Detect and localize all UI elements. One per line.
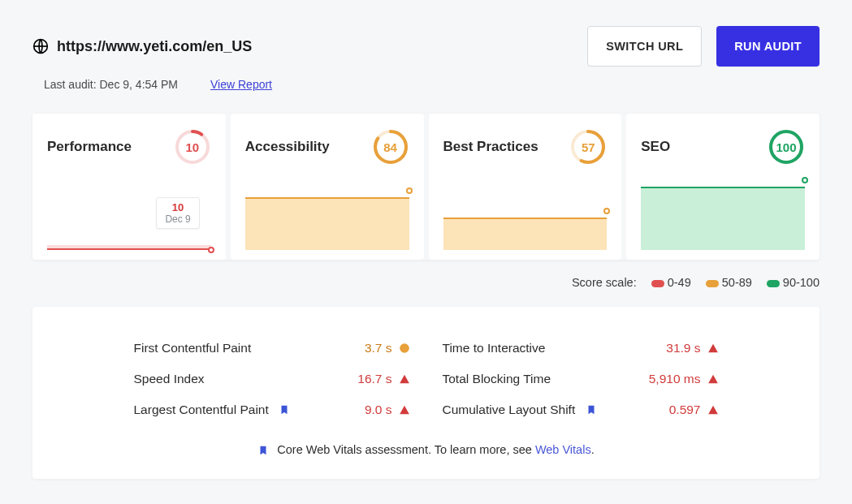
card-best-practices[interactable]: Best Practices 57: [429, 114, 622, 260]
metric-row: Time to Interactive 31.9 s: [443, 333, 719, 364]
card-title: Performance: [47, 139, 132, 155]
card-seo[interactable]: SEO 100: [626, 114, 820, 260]
score-scale-label: Score scale:: [572, 276, 637, 289]
metric-row: Speed Index 16.7 s: [134, 364, 410, 394]
score-ring-performance: 10: [174, 128, 211, 166]
card-title: Accessibility: [245, 139, 330, 155]
score-cards: Performance 10 10 Dec 9 Accessibility: [32, 114, 820, 260]
spark-seo: [641, 177, 805, 250]
perf-tooltip: 10 Dec 9: [156, 197, 199, 229]
bookmark-icon: [586, 404, 597, 416]
spark-end-dot: [208, 247, 214, 253]
bookmark-icon: [279, 404, 290, 416]
svg-point-9: [400, 343, 409, 353]
spark-best-practices: [443, 177, 608, 250]
metric-row: Total Blocking Time 5,910 ms: [443, 364, 719, 394]
card-title: Best Practices: [443, 139, 538, 155]
last-audit-prefix: Last audit:: [44, 78, 97, 91]
card-performance[interactable]: Performance 10 10 Dec 9: [32, 114, 226, 260]
audit-dashboard: https://www.yeti.com/en_US SWITCH URL RU…: [0, 0, 852, 504]
metric-value: 5,910 ms: [649, 372, 719, 386]
run-audit-button[interactable]: RUN AUDIT: [716, 26, 820, 67]
perf-tooltip-value: 10: [165, 201, 190, 213]
score-ring-seo: 100: [768, 128, 805, 166]
metrics-col-left: First Contentful Paint 3.7 s Speed Index…: [134, 333, 410, 425]
card-accessibility[interactable]: Accessibility 84: [231, 114, 424, 260]
metrics-panel: First Contentful Paint 3.7 s Speed Index…: [32, 307, 820, 479]
legend-item-red: 0-49: [651, 276, 691, 289]
spark-performance: 10 Dec 9: [47, 177, 211, 250]
web-vitals-link[interactable]: Web Vitals: [535, 443, 591, 456]
page-url: https://www.yeti.com/en_US: [57, 38, 252, 55]
score-scale-legend: Score scale: 0-49 50-89 90-100: [32, 276, 820, 289]
card-head: Best Practices 57: [443, 128, 608, 166]
perf-tooltip-date: Dec 9: [165, 213, 190, 225]
warning-triangle-icon: [707, 404, 719, 416]
warning-triangle-icon: [399, 404, 410, 416]
vitals-footer: Core Web Vitals assessment. To learn mor…: [65, 443, 787, 456]
card-head: Performance 10: [47, 128, 211, 166]
legend-item-green: 90-100: [767, 276, 820, 289]
metric-value: 16.7 s: [357, 372, 409, 386]
sub-header: Last audit: Dec 9, 4:54 PM View Report: [32, 78, 820, 91]
card-head: Accessibility 84: [245, 128, 409, 166]
score-ring-accessibility: 84: [372, 128, 409, 166]
metric-label: Total Blocking Time: [443, 372, 551, 386]
metric-label: First Contentful Paint: [134, 341, 252, 355]
metric-value: 31.9 s: [666, 341, 718, 355]
spark-accessibility: [245, 177, 409, 250]
metric-row: Largest Contentful Paint 9.0 s: [134, 394, 410, 425]
warning-triangle-icon: [707, 373, 719, 385]
header-actions: SWITCH URL RUN AUDIT: [587, 26, 820, 67]
bookmark-icon: [257, 445, 269, 456]
metric-label: Time to Interactive: [443, 341, 546, 355]
card-head: SEO 100: [641, 128, 805, 166]
globe-icon: [32, 38, 49, 54]
metric-value: 0.597: [669, 403, 719, 417]
warning-circle-icon: [399, 342, 410, 354]
switch-url-button[interactable]: SWITCH URL: [587, 26, 702, 67]
url-block: https://www.yeti.com/en_US: [32, 38, 252, 55]
vitals-suffix: .: [591, 443, 595, 456]
vitals-text: Core Web Vitals assessment. To learn mor…: [277, 443, 535, 456]
view-report-link[interactable]: View Report: [210, 78, 272, 91]
metric-label: Largest Contentful Paint: [134, 403, 291, 417]
last-audit-time: Dec 9, 4:54 PM: [100, 78, 179, 91]
metric-label: Cumulative Layout Shift: [443, 403, 597, 417]
score-ring-best-practices: 57: [569, 128, 607, 166]
header-row: https://www.yeti.com/en_US SWITCH URL RU…: [32, 26, 820, 67]
metrics-columns: First Contentful Paint 3.7 s Speed Index…: [134, 333, 719, 425]
metric-value: 9.0 s: [365, 403, 410, 417]
last-audit-text: Last audit: Dec 9, 4:54 PM: [44, 78, 178, 91]
warning-triangle-icon: [399, 373, 410, 385]
metric-row: Cumulative Layout Shift 0.597: [443, 394, 719, 425]
metric-label: Speed Index: [134, 372, 205, 386]
metrics-col-right: Time to Interactive 31.9 s Total Blockin…: [443, 333, 719, 425]
card-title: SEO: [641, 139, 670, 155]
metric-row: First Contentful Paint 3.7 s: [134, 333, 410, 364]
metric-value: 3.7 s: [365, 341, 410, 355]
warning-triangle-icon: [707, 342, 719, 354]
legend-item-amber: 50-89: [706, 276, 752, 289]
